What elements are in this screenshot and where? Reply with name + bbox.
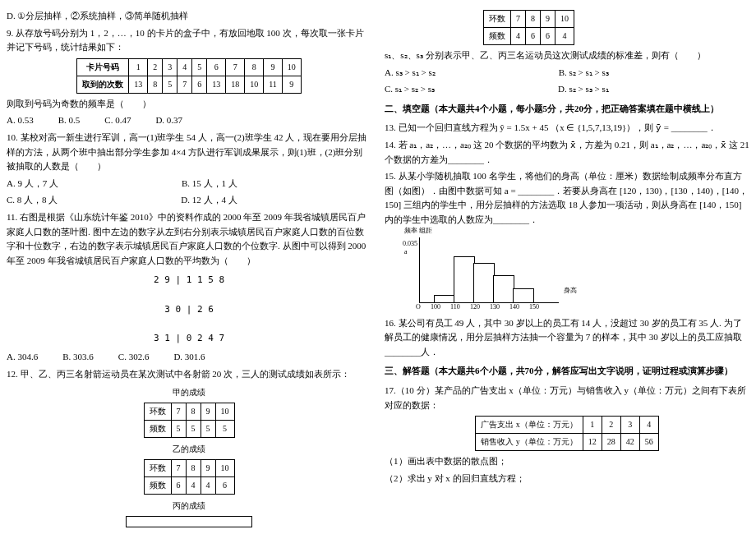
q10-options-row2: C. 8 人，8 人 D. 12 人，4 人	[7, 193, 371, 208]
yi-table: 环数 7 8 9 10 频数 6 4 4 6	[144, 459, 235, 495]
tick-o: O	[416, 302, 421, 313]
q12-options-row1: A. s₃ > s₁ > s₂ B. s₂ > s₁ > s₃	[385, 66, 749, 81]
tick-130: 130	[490, 302, 500, 313]
option-d: D. ①分层抽样，②系统抽样，③简单随机抽样	[7, 9, 371, 24]
q13-text: 13. 已知一个回归直线方程为 ŷ = 1.5x + 45 （x ∈ {1,5,…	[385, 121, 749, 136]
bing-table-stub	[126, 516, 252, 527]
q12-text: 12. 甲、乙、丙三名射箭运动员在某次测试中各射箭 20 次，三人的测试成绩如表…	[7, 367, 371, 382]
q12-options-row2: C. s₁ > s₂ > s₃ D. s₂ > s₃ > s₁	[385, 82, 749, 97]
q11-stemleaf: 2 9 | 1 1 5 8 3 0 | 2 6 3 1 | 0 2 4 7	[7, 273, 371, 345]
q17-sub2: （2）求出 y 对 x 的回归直线方程；	[385, 472, 749, 486]
bing-table: 环数 7 8 9 10 频数 4 6 6 4	[483, 10, 574, 45]
jia-table: 环数 7 8 9 10 频数 5 5 5 5	[144, 403, 235, 438]
q17-sub1: （1）画出表中数据的散点图；	[385, 454, 749, 469]
bar-2	[454, 256, 475, 303]
q12-tail: s₁、s₂、s₃ 分别表示甲、乙、丙三名运动员这次测试成绩的标准差，则有（ ）	[385, 48, 749, 63]
q11-text: 11. 右图是根据《山东统计年鉴 2010》中的资料作成的 2000 年至 20…	[7, 210, 371, 268]
q9-tail: 则取到号码为奇数的频率是（ ）	[7, 97, 371, 112]
bar-4	[493, 275, 514, 303]
q10-options-row1: A. 9 人，7 人 B. 15 人，1 人	[7, 177, 371, 191]
q16-text: 16. 某公司有员工 49 人，其中 30 岁以上的员工有 14 人，没超过 3…	[385, 316, 749, 360]
q17-text: 17.（10 分）某产品的广告支出 x（单位：万元）与销售收入 y（单位：万元）…	[385, 384, 749, 412]
q9-r1-label: 卡片号码	[77, 58, 129, 76]
tick-150: 150	[529, 302, 539, 313]
q9-table: 卡片号码 1 2 3 4 5 6 7 8 9 10 取到的次数 13 8 5 7…	[76, 58, 302, 94]
q9-r2-label: 取到的次数	[77, 76, 129, 93]
section2-title: 二、填空题（本大题共4个小题，每小题5分，共20分，把正确答案填在题中横线上）	[385, 102, 749, 117]
yi-caption: 乙的成绩	[7, 443, 371, 456]
right-column: 环数 7 8 9 10 频数 4 6 6 4 s₁、s₂、s₃ 分别表示甲、乙、…	[385, 7, 749, 527]
y-axis	[419, 237, 420, 303]
q14-text: 14. 若 a₁，a₂，…，a₂₀ 这 20 个数据的平均数为 x̄，方差为 0…	[385, 138, 749, 167]
tick-120: 120	[470, 302, 480, 313]
q15-histogram: 频率 组距 a 0.035 O 100 110 120 130 140 150 …	[409, 231, 574, 313]
bar-3	[473, 263, 495, 303]
jia-caption: 甲的成绩	[7, 386, 371, 399]
q9-options: A. 0.53 B. 0.5 C. 0.47 D. 0.37	[7, 113, 371, 128]
mark-0035: 0.035	[403, 239, 417, 250]
bar-5	[513, 288, 534, 303]
q11-options: A. 304.6 B. 303.6 C. 302.6 D. 301.6	[7, 350, 371, 365]
q17-table: 广告支出 x（单位：万元） 1 2 3 4 销售收入 y（单位：万元） 12 2…	[475, 416, 659, 451]
chart-xlabel: 身高	[564, 286, 577, 297]
tick-110: 110	[450, 302, 460, 313]
tick-140: 140	[509, 302, 519, 313]
q9-text: 9. 从存放号码分别为 1，2，…，10 的卡片的盒子中，有放回地取 100 次…	[7, 26, 371, 55]
bing-caption: 丙的成绩	[7, 499, 371, 513]
q10-text: 10. 某校对高一新生进行军训，高一(1)班学生 54 人，高一(2)班学生 4…	[7, 131, 371, 174]
left-column: D. ①分层抽样，②系统抽样，③简单随机抽样 9. 从存放号码分别为 1，2，……	[7, 7, 371, 527]
section3-title: 三、解答题（本大题共6个小题，共70分，解答应写出文字说明，证明过程或演算步骤）	[385, 364, 749, 379]
q15-text: 15. 从某小学随机抽取 100 名学生，将他们的身高（单位：厘米）数据绘制成频…	[385, 169, 749, 227]
chart-ylabel: 频率 组距	[404, 226, 432, 237]
tick-100: 100	[431, 302, 440, 313]
